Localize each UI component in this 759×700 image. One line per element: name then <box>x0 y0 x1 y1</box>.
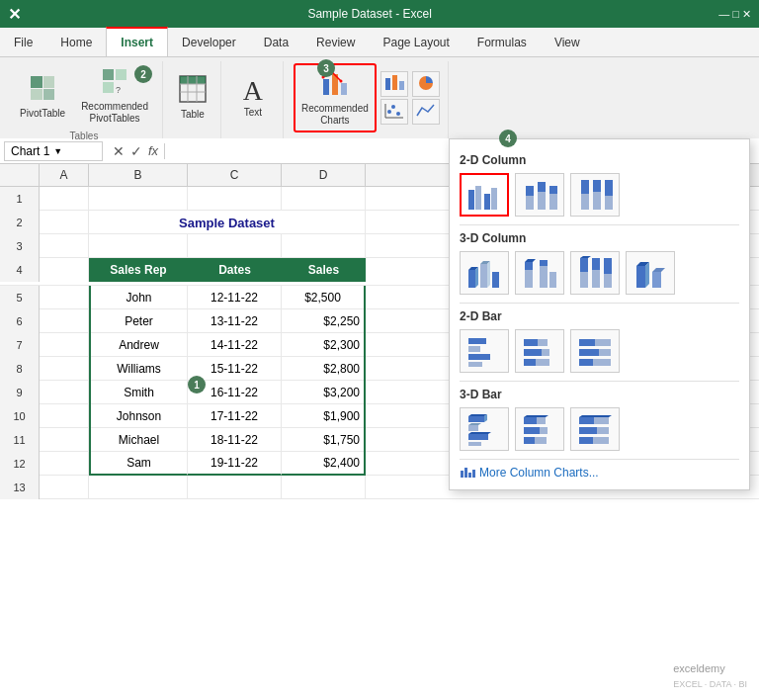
svg-rect-98 <box>524 437 535 444</box>
cell-a3[interactable] <box>40 234 89 258</box>
chart-3d-bar-clustered[interactable] <box>460 407 509 451</box>
cell-b13[interactable] <box>89 476 188 499</box>
row-header-3: 3 <box>0 234 40 258</box>
cell-a2[interactable] <box>40 211 89 234</box>
pie-chart-button[interactable] <box>412 71 440 97</box>
cell-a5[interactable] <box>40 286 89 309</box>
chart-2d-bar-100[interactable] <box>570 329 620 373</box>
chart-2d-col-stacked[interactable] <box>515 173 564 217</box>
confirm-icon[interactable]: ✓ <box>130 143 142 159</box>
svg-rect-28 <box>468 190 474 210</box>
chart-3d-bar-100[interactable] <box>570 407 620 451</box>
cell-d2[interactable] <box>366 211 450 234</box>
svg-point-26 <box>391 105 395 109</box>
cell-a7[interactable] <box>40 333 89 357</box>
cell-b1[interactable] <box>89 187 188 211</box>
cell-c1[interactable] <box>188 187 282 211</box>
tab-insert[interactable]: Insert <box>106 27 168 56</box>
cell-a4[interactable] <box>40 258 89 282</box>
tab-developer[interactable]: Developer <box>168 28 250 56</box>
recommended-charts-button[interactable]: RecommendedCharts <box>294 63 377 132</box>
cell-d1[interactable] <box>282 187 366 211</box>
cell-c3[interactable] <box>188 234 282 258</box>
cell-a13[interactable] <box>40 476 89 499</box>
tab-file[interactable]: File <box>0 28 46 56</box>
pivot-table-button[interactable]: PivotTable <box>14 70 71 123</box>
chart-2d-bar-stacked[interactable] <box>515 329 564 373</box>
cell-d4[interactable]: Sales <box>282 258 366 282</box>
tab-page-layout[interactable]: Page Layout <box>369 28 463 56</box>
cell-a1[interactable] <box>40 187 89 211</box>
cell-b6[interactable]: Peter <box>89 309 188 333</box>
cell-d11[interactable]: $1,750 <box>282 428 366 452</box>
cell-a6[interactable] <box>40 309 89 333</box>
cell-c6[interactable]: 13-11-22 <box>188 309 282 333</box>
tab-view[interactable]: View <box>541 28 594 56</box>
table-button[interactable]: Table <box>171 71 214 124</box>
svg-marker-102 <box>579 415 612 417</box>
bar-chart-button[interactable] <box>380 71 408 97</box>
tab-review[interactable]: Review <box>302 28 369 56</box>
cell-b10[interactable]: Johnson <box>89 404 188 428</box>
cell-b8[interactable]: Williams <box>89 357 188 381</box>
tab-formulas[interactable]: Formulas <box>464 28 541 56</box>
more-column-charts-link[interactable]: More Column Charts... <box>460 466 739 480</box>
cell-a10[interactable] <box>40 404 89 428</box>
cell-d6[interactable]: $2,250 <box>282 309 366 333</box>
cell-d8[interactable]: $2,800 <box>282 357 366 381</box>
cell-c5[interactable]: 12-11-22 <box>188 286 282 309</box>
scatter-chart-button[interactable] <box>380 99 408 125</box>
divider-1 <box>460 224 739 225</box>
cell-a9[interactable] <box>40 381 89 404</box>
cell-b12[interactable]: Sam <box>89 452 188 476</box>
cell-d13[interactable] <box>282 476 366 499</box>
cell-a12[interactable] <box>40 452 89 476</box>
cell-c10[interactable]: 17-11-22 <box>188 404 282 428</box>
row-header-5: 5 <box>0 286 40 309</box>
chart-3d-col-100[interactable] <box>570 251 620 295</box>
cell-d3[interactable] <box>282 234 366 258</box>
svg-rect-58 <box>580 258 588 272</box>
cell-c12[interactable]: 19-11-22 <box>188 452 282 476</box>
svg-rect-83 <box>579 359 593 366</box>
name-box-dropdown-icon[interactable]: ▼ <box>53 146 62 156</box>
cell-a8[interactable] <box>40 357 89 381</box>
chart-3d-col-clustered[interactable] <box>460 251 509 295</box>
tab-home[interactable]: Home <box>46 28 106 56</box>
cell-b5[interactable]: John <box>89 286 188 309</box>
name-box[interactable]: Chart 1 ▼ <box>4 141 103 161</box>
row-header-12: 12 <box>0 452 40 476</box>
cell-c11[interactable]: 18-11-22 <box>188 428 282 452</box>
cell-b11[interactable]: Michael <box>89 428 188 452</box>
chart-2d-bar-clustered[interactable] <box>460 329 509 373</box>
row-header-2: 2 <box>0 211 40 234</box>
cell-c4[interactable]: Dates <box>188 258 282 282</box>
cell-b4[interactable]: Sales Rep <box>89 258 188 282</box>
chart-2d-col-100[interactable] <box>570 173 620 217</box>
text-button[interactable]: A Text <box>231 73 275 122</box>
line-chart-button[interactable] <box>412 99 440 125</box>
cell-d9[interactable]: $3,200 <box>282 381 366 404</box>
chart-2d-col-clustered[interactable] <box>460 173 509 217</box>
cell-d5[interactable]: $2,500 <box>282 286 366 309</box>
cell-b3[interactable] <box>89 234 188 258</box>
cell-d12[interactable]: $2,400 <box>282 452 366 476</box>
recommended-pivot-tables-button[interactable]: 2 ? RecommendedPivotTables <box>75 63 154 129</box>
cell-a11[interactable] <box>40 428 89 452</box>
cell-b7[interactable]: Andrew <box>89 333 188 357</box>
cancel-icon[interactable]: ✕ <box>113 143 125 159</box>
tab-data[interactable]: Data <box>250 28 302 56</box>
cell-b9[interactable]: Smith <box>89 381 188 404</box>
svg-rect-90 <box>468 434 488 440</box>
cell-c7[interactable]: 14-11-22 <box>188 333 282 357</box>
svg-rect-97 <box>540 427 548 434</box>
ribbon-content: PivotTable 2 ? RecommendedPivotTables Ta… <box>0 57 759 138</box>
cell-b2[interactable]: Sample Dataset <box>89 211 366 234</box>
cell-d10[interactable]: $1,900 <box>282 404 366 428</box>
chart-3d-col-single[interactable] <box>626 251 675 295</box>
chart-3d-bar-stacked[interactable] <box>515 407 564 451</box>
cell-d7[interactable]: $2,300 <box>282 333 366 357</box>
cell-c13[interactable] <box>188 476 282 499</box>
chart-3d-col-stacked[interactable] <box>515 251 564 295</box>
svg-rect-74 <box>538 339 548 346</box>
